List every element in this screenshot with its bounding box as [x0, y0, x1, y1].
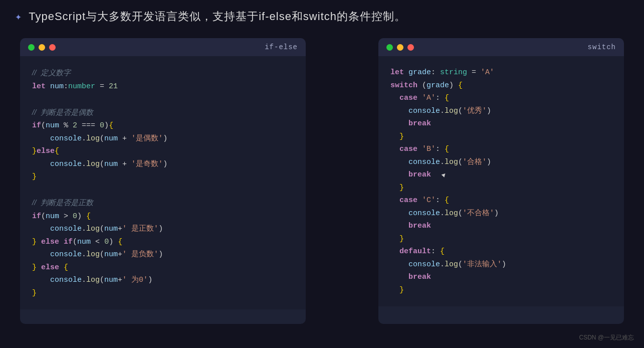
header: ✦ TypeScript与大多数开发语言类似，支持基于if-else和switc…	[0, 0, 644, 33]
code-line: console.log('优秀')	[390, 105, 612, 118]
code-line: console.log('非法输入')	[390, 258, 612, 271]
code-line: break	[390, 271, 612, 284]
code-line: case 'A': {	[390, 92, 612, 105]
right-window-title: switch	[588, 43, 616, 51]
code-line: }	[390, 182, 612, 195]
code-line: console.log(num+' 是负数')	[32, 248, 294, 261]
left-code-content: // 定义数字 let num:number = 21 // 判断是否是偶数 i…	[20, 56, 306, 309]
code-line: case 'C': {	[390, 194, 612, 207]
code-line: // 定义数字	[32, 66, 294, 80]
empty-line	[32, 93, 294, 106]
minimize-btn[interactable]	[397, 44, 403, 51]
code-line: console.log(num + '是偶数')	[32, 132, 294, 145]
code-line: let grade: string = 'A'	[390, 66, 612, 79]
code-line: }else{	[32, 145, 294, 158]
close-btn[interactable]	[49, 44, 56, 51]
code-line: break	[390, 168, 612, 182]
left-window-controls	[28, 44, 56, 51]
background: ✦ TypeScript与大多数开发语言类似，支持基于if-else和switc…	[0, 0, 644, 348]
code-line: if(num % 2 === 0){	[32, 119, 294, 132]
left-title-bar: if-else	[20, 38, 306, 56]
code-line: }	[390, 284, 612, 297]
code-line: // 判断是否是偶数	[32, 106, 294, 120]
maximize-btn[interactable]	[28, 44, 35, 51]
code-line: }	[390, 233, 612, 246]
code-line: if(num > 0) {	[32, 210, 294, 223]
footer: CSDN @一见已难忘	[579, 333, 634, 342]
code-line: } else if(num < 0) {	[32, 236, 294, 249]
code-line: // 判断是否是正数	[32, 196, 294, 210]
code-line: switch (grade) {	[390, 79, 612, 92]
code-line: default: {	[390, 245, 612, 258]
code-line: console.log('合格')	[390, 156, 612, 169]
empty-line	[32, 184, 294, 197]
code-line: console.log(num + '是奇数')	[32, 158, 294, 171]
code-line: console.log(num+' 为0')	[32, 274, 294, 287]
code-line: let num:number = 21	[32, 80, 294, 93]
header-text: TypeScript与大多数开发语言类似，支持基于if-else和switch的…	[29, 9, 406, 24]
maximize-btn[interactable]	[386, 44, 393, 51]
header-icon: ✦	[15, 10, 22, 24]
code-line: console.log(num+' 是正数')	[32, 223, 294, 236]
right-window-controls	[386, 44, 414, 51]
code-line: case 'B': {	[390, 143, 612, 156]
right-code-window: switch let grade: string = 'A' switch (g…	[378, 38, 624, 324]
code-line: console.log('不合格')	[390, 207, 612, 220]
right-code-content: let grade: string = 'A' switch (grade) {…	[378, 56, 624, 306]
code-line: }	[32, 287, 294, 300]
code-line: }	[32, 170, 294, 184]
left-window-title: if-else	[265, 43, 298, 51]
footer-text: CSDN @一见已难忘	[579, 334, 634, 341]
right-title-bar: switch	[378, 38, 624, 56]
code-line: }	[390, 130, 612, 143]
windows-container: if-else // 定义数字 let num:number = 21 // 判…	[0, 33, 644, 329]
code-line: break	[390, 117, 612, 130]
code-line: } else {	[32, 261, 294, 274]
left-code-window: if-else // 定义数字 let num:number = 21 // 判…	[20, 38, 306, 324]
close-btn[interactable]	[407, 44, 414, 51]
minimize-btn[interactable]	[39, 44, 45, 51]
code-line: break	[390, 220, 612, 233]
